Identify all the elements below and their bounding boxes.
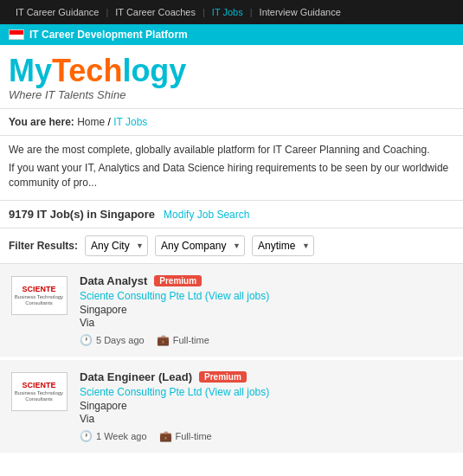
premium-badge-2: Premium: [199, 371, 247, 383]
job-count-bar: 9179 IT Job(s) in Singapore Modify Job S…: [0, 201, 463, 228]
job-listing-2[interactable]: SCIENTE Business Technology Consultants …: [0, 360, 463, 456]
job-type-2: 💼 Full-time: [159, 430, 212, 442]
nav-it-career-guidance[interactable]: IT Career Guidance: [9, 7, 106, 17]
job-via-2: Via: [80, 413, 454, 425]
top-navigation: IT Career Guidance | IT Career Coaches |…: [0, 0, 463, 24]
sciente-sub-text-2: Business Technology Consultants: [15, 390, 64, 402]
breadcrumb-prefix: You are here:: [9, 116, 74, 128]
city-filter[interactable]: Any City: [85, 235, 148, 256]
job-meta-2: 🕐 1 Week ago 💼 Full-time: [80, 430, 454, 442]
job-logo-2: SCIENTE Business Technology Consultants: [9, 370, 69, 442]
breadcrumb: You are here: Home / IT Jobs: [0, 109, 463, 136]
logo-area: MyTechlogy Where IT Talents Shine: [0, 45, 463, 109]
breadcrumb-home[interactable]: Home: [77, 116, 105, 128]
company-logo-box-1: SCIENTE Business Technology Consultants: [11, 276, 68, 315]
briefcase-icon-1: 💼: [157, 334, 170, 346]
filter-label: Filter Results:: [9, 240, 78, 252]
company-link-2[interactable]: Sciente Consulting Pte Ltd (View all job…: [80, 386, 454, 398]
briefcase-icon-2: 💼: [159, 430, 172, 442]
job-listings: SCIENTE Business Technology Consultants …: [0, 264, 463, 456]
clock-icon-1: 🕐: [80, 334, 93, 346]
nav-interview-guidance[interactable]: Interview Guidance: [253, 7, 348, 17]
job-listing-1[interactable]: SCIENTE Business Technology Consultants …: [0, 264, 463, 360]
job-details-2: Data Engineer (Lead) Premium Sciente Con…: [80, 370, 454, 442]
job-age-2: 🕐 1 Week ago: [80, 430, 147, 442]
job-title-2: Data Engineer (Lead): [80, 370, 192, 383]
modify-search-link[interactable]: Modify Job Search: [164, 209, 249, 221]
job-details-1: Data Analyst Premium Sciente Consulting …: [80, 274, 454, 346]
time-filter[interactable]: Anytime: [252, 235, 314, 256]
banner-text: IT Career Development Platform: [29, 29, 188, 41]
job-location-2: Singapore: [80, 400, 454, 412]
job-type-1: 💼 Full-time: [157, 334, 209, 346]
company-logo-box-2: SCIENTE Business Technology Consultants: [11, 372, 68, 411]
logo-tech: Tech: [52, 53, 122, 88]
description-line1: We are the most complete, globally avail…: [9, 143, 454, 158]
clock-icon-2: 🕐: [80, 430, 93, 442]
sciente-logo-text-1: SCIENTE: [22, 286, 55, 294]
job-title-line-1: Data Analyst Premium: [80, 274, 454, 287]
premium-badge-1: Premium: [154, 275, 202, 286]
logo-my: My: [9, 53, 52, 88]
nav-it-jobs[interactable]: IT Jobs: [205, 7, 250, 17]
breadcrumb-current: IT Jobs: [113, 116, 147, 128]
time-filter-wrapper: Anytime: [252, 235, 314, 256]
logo-logy: logy: [122, 53, 186, 88]
description-area: We are the most complete, globally avail…: [0, 136, 463, 201]
job-title-1: Data Analyst: [80, 274, 147, 287]
company-filter-wrapper: Any Company: [155, 235, 245, 256]
company-link-1[interactable]: Sciente Consulting Pte Ltd (View all job…: [80, 290, 454, 302]
sg-banner: IT Career Development Platform: [0, 24, 463, 45]
company-filter[interactable]: Any Company: [155, 235, 245, 256]
sciente-sub-text-1: Business Technology Consultants: [15, 294, 64, 306]
job-count-text: 9179 IT Job(s) in Singapore: [9, 208, 155, 221]
singapore-flag: [9, 29, 24, 40]
nav-it-career-coaches[interactable]: IT Career Coaches: [108, 7, 203, 17]
logo-tagline: Where IT Talents Shine: [9, 88, 454, 101]
job-location-1: Singapore: [80, 304, 454, 316]
site-logo[interactable]: MyTechlogy: [9, 55, 454, 87]
sciente-logo-text-2: SCIENTE: [22, 382, 55, 390]
job-age-1: 🕐 5 Days ago: [80, 334, 145, 346]
city-filter-wrapper: Any City: [85, 235, 148, 256]
job-via-1: Via: [80, 317, 454, 329]
job-meta-1: 🕐 5 Days ago 💼 Full-time: [80, 334, 454, 346]
job-title-line-2: Data Engineer (Lead) Premium: [80, 370, 454, 383]
filter-bar: Filter Results: Any City Any Company Any…: [0, 228, 463, 264]
description-line2: If you want your IT, Analytics and Data …: [9, 161, 454, 190]
job-logo-1: SCIENTE Business Technology Consultants: [9, 274, 69, 346]
